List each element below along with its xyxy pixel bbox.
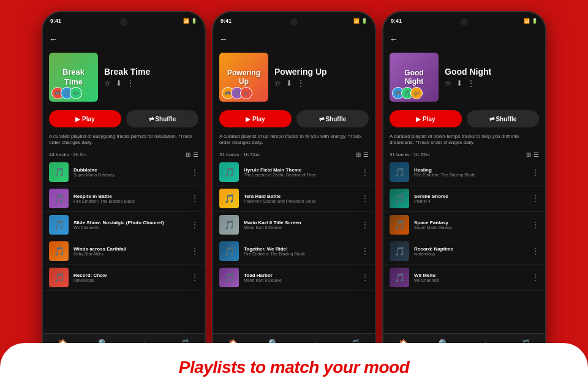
star-icon-1[interactable]: ☆: [104, 79, 111, 88]
track-game-1-1: Super Mario Odyssey: [74, 173, 186, 177]
track-info-3-1: Healing Fire Emblem: The Blazing Blade: [414, 167, 527, 177]
grid-view-icon-1[interactable]: ⊞: [186, 151, 190, 158]
track-game-1-2: Fire Emblem: The Blazing Blade: [74, 199, 186, 203]
list-view-icon-2[interactable]: ☰: [363, 151, 369, 158]
track-item-1-4[interactable]: 🎵 Winds across Earthfall Kirby Star Alli…: [43, 238, 205, 265]
track-game-3-2: Pikmin 4: [414, 199, 527, 203]
track-thumb-3-1: 🎵: [390, 162, 409, 182]
track-thumb-1-3: 🎵: [49, 215, 69, 235]
track-more-1-4[interactable]: ⋮: [191, 247, 198, 255]
list-view-icon-1[interactable]: ☰: [193, 151, 198, 158]
track-name-1-4: Winds across Earthfall: [74, 246, 186, 252]
status-time-3: 9:41: [391, 18, 402, 24]
track-info-2-5: Toad Harbor Mario Kart 8 Deluxe: [244, 273, 356, 282]
playlist-header-2: PoweringUp 🎮 🎵 🎶 Powering Up ☆ ⬇ ⋮: [213, 49, 375, 107]
view-icons-3: ⊞ ☰: [526, 151, 539, 158]
top-nav-1: ←: [43, 29, 205, 49]
playlist-header-3: GoodNight 🎮 🎵 🎶 Good Night ☆ ⬇ ⋮: [383, 49, 545, 107]
star-icon-2[interactable]: ☆: [274, 79, 281, 88]
playlist-cover-2: PoweringUp 🎮 🎵 🎶: [219, 53, 268, 102]
track-more-2-2[interactable]: ⋮: [361, 194, 369, 203]
track-item-1-3[interactable]: 🎵 Slide Show: Nostalgic (Photo Channel) …: [43, 212, 205, 238]
track-item-1-1[interactable]: 🎵 Bubblaine Super Mario Odyssey ⋮: [43, 159, 205, 186]
track-item-3-5[interactable]: 🎵 Wii Menu Wii Channels ⋮: [383, 265, 545, 291]
grid-view-icon-3[interactable]: ⊞: [526, 151, 531, 158]
track-item-2-5[interactable]: 🎵 Toad Harbor Mario Kart 8 Deluxe ⋮: [213, 265, 375, 291]
track-info-1-5: Record: Chow nintendogs: [74, 273, 186, 282]
download-icon-1[interactable]: ⬇: [116, 79, 122, 88]
track-more-1-1[interactable]: ⋮: [191, 168, 198, 176]
playlist-info-1: Break Time ☆ ⬇ ⋮: [104, 67, 198, 88]
back-button-2[interactable]: ←: [219, 34, 228, 44]
track-item-1-2[interactable]: 🎵 Respite in Battle Fire Emblem: The Bla…: [43, 186, 205, 212]
track-item-3-4[interactable]: 🎵 Record: Naptime nintendogs ⋮: [383, 238, 545, 265]
track-info-2-3: Mario Kart 8 Title Screen Mario Kart 8 D…: [244, 220, 356, 230]
status-icons-1: 📶 🔋: [183, 18, 197, 24]
track-thumb-1-2: 🎵: [49, 189, 69, 208]
phone-break-time: 9:41 📶 🔋 ← BreakTime 🎮 🎵 🎶: [42, 11, 206, 360]
track-count-1: 44 tracks · 2h 0m ⊞ ☰: [43, 149, 205, 159]
track-item-2-2[interactable]: 🎵 Tera Raid Battle Pokémon Scarlet and P…: [213, 186, 375, 212]
track-list-3: 🎵 Healing Fire Emblem: The Blazing Blade…: [383, 159, 545, 291]
track-item-2-1[interactable]: 🎵 Hyrule Field Main Theme The Legend of …: [213, 159, 375, 186]
screen-good-night: 9:41 📶 🔋 ← GoodNight 🎮 🎵 🎶: [383, 12, 545, 359]
track-more-2-4[interactable]: ⋮: [361, 247, 369, 255]
star-icon-3[interactable]: ☆: [445, 79, 451, 88]
track-item-2-4[interactable]: 🎵 Together, We Ride! Fire Emblem: The Bl…: [213, 238, 375, 265]
play-button-3[interactable]: ▶ Play: [390, 110, 462, 127]
track-count-label-2: 31 tracks · 1h 31m: [219, 152, 260, 157]
back-button-3[interactable]: ←: [390, 34, 398, 44]
track-more-1-5[interactable]: ⋮: [191, 273, 198, 282]
track-info-1-3: Slide Show: Nostalgic (Photo Channel) Wi…: [74, 220, 186, 230]
more-icon-3[interactable]: ⋮: [467, 79, 475, 88]
track-more-1-2[interactable]: ⋮: [191, 194, 198, 203]
track-info-1-2: Respite in Battle Fire Emblem: The Blazi…: [74, 194, 186, 203]
track-item-3-3[interactable]: 🎵 Space Fantasy Super Mario Galaxy ⋮: [383, 212, 545, 238]
shuffle-button-1[interactable]: ⇌ Shuffle: [126, 110, 198, 127]
status-time-1: 9:41: [50, 18, 61, 24]
download-icon-2[interactable]: ⬇: [286, 79, 292, 88]
track-item-2-3[interactable]: 🎵 Mario Kart 8 Title Screen Mario Kart 8…: [213, 212, 375, 238]
download-icon-3[interactable]: ⬇: [456, 79, 462, 88]
track-more-3-1[interactable]: ⋮: [532, 168, 539, 176]
play-controls-3: ▶ Play ⇌ Shuffle: [383, 107, 545, 131]
back-button-1[interactable]: ←: [49, 34, 58, 44]
track-more-3-4[interactable]: ⋮: [532, 247, 539, 255]
track-name-2-1: Hyrule Field Main Theme: [244, 167, 356, 173]
track-more-3-5[interactable]: ⋮: [532, 273, 539, 282]
cover-avatars-3: 🎮 🎵 🎶: [392, 87, 420, 99]
track-more-2-3[interactable]: ⋮: [361, 221, 369, 229]
track-info-2-2: Tera Raid Battle Pokémon Scarlet and Pok…: [244, 194, 356, 203]
more-icon-1[interactable]: ⋮: [127, 79, 134, 88]
play-button-1[interactable]: ▶ Play: [49, 110, 121, 127]
track-more-2-1[interactable]: ⋮: [361, 168, 369, 176]
status-bar-3: 9:41 📶 🔋: [383, 12, 545, 29]
phones-container: 9:41 📶 🔋 ← BreakTime 🎮 🎵 🎶: [0, 0, 588, 360]
shuffle-button-2[interactable]: ⇌ Shuffle: [296, 110, 369, 127]
phone-powering-up: 9:41 📶 🔋 ← PoweringUp 🎮 🎵 🎶: [212, 11, 376, 360]
track-item-3-1[interactable]: 🎵 Healing Fire Emblem: The Blazing Blade…: [383, 159, 545, 186]
track-name-3-1: Healing: [414, 167, 527, 173]
track-game-3-1: Fire Emblem: The Blazing Blade: [414, 173, 527, 177]
track-more-1-3[interactable]: ⋮: [191, 221, 198, 229]
track-count-3: 31 tracks · 1h 22m ⊞ ☰: [383, 149, 545, 159]
track-item-3-2[interactable]: 🎵 Serene Shores Pikmin 4 ⋮: [383, 186, 545, 212]
track-more-3-3[interactable]: ⋮: [532, 221, 539, 229]
playlist-desc-2: A curated playlist of up-tempo tracks to…: [213, 131, 375, 149]
status-bar-1: 9:41 📶 🔋: [43, 12, 205, 29]
track-thumb-2-2: 🎵: [219, 189, 239, 208]
list-view-icon-3[interactable]: ☰: [533, 151, 539, 158]
track-name-2-5: Toad Harbor: [244, 273, 356, 278]
play-button-2[interactable]: ▶ Play: [219, 110, 292, 127]
track-name-3-3: Space Fantasy: [414, 220, 527, 225]
shuffle-button-3[interactable]: ⇌ Shuffle: [467, 110, 539, 127]
bottom-banner: Playlists to match your mood: [0, 343, 588, 392]
grid-view-icon-2[interactable]: ⊞: [356, 151, 361, 158]
track-more-3-2[interactable]: ⋮: [532, 194, 539, 203]
track-item-1-5[interactable]: 🎵 Record: Chow nintendogs ⋮: [43, 265, 205, 291]
playlist-cover-1: BreakTime 🎮 🎵 🎶: [49, 53, 98, 102]
more-icon-2[interactable]: ⋮: [297, 79, 304, 88]
track-more-2-5[interactable]: ⋮: [361, 273, 369, 282]
track-name-1-2: Respite in Battle: [74, 194, 186, 199]
track-info-3-3: Space Fantasy Super Mario Galaxy: [414, 220, 527, 230]
